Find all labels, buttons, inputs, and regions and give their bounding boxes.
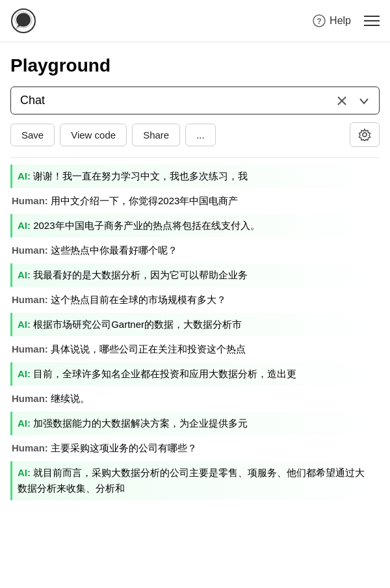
message-ai-2: AI: 2023年中国电子商务产业的热点将包括在线支付入。 (10, 214, 380, 237)
human-label-5: Human: (12, 393, 51, 404)
human-text-2: 这些热点中你最看好哪个呢？ (51, 245, 177, 256)
main-content: Playground Chat Save View code Share ... (0, 42, 390, 500)
header-left (10, 8, 36, 34)
ai-text-4: 根据市场研究公司Gartner的数据，大数据分析市 (33, 319, 242, 330)
close-icon (336, 95, 348, 107)
menu-line-2 (364, 20, 380, 21)
help-label: Help (330, 15, 351, 27)
openai-logo-icon (10, 8, 36, 34)
message-human-6: Human: 主要采购这项业务的公司有哪些？ (10, 436, 380, 460)
save-button[interactable]: Save (10, 124, 55, 146)
ai-text-3: 我最看好的是大数据分析，因为它可以帮助企业务 (33, 269, 248, 280)
chat-selector-label: Chat (20, 94, 336, 107)
message-human-5: Human: 继续说。 (10, 387, 380, 410)
message-human-4: Human: 具体说说，哪些公司正在关注和投资这个热点 (10, 338, 380, 361)
chat-messages: AI: 谢谢！我一直在努力学习中文，我也多次练习，我 Human: 用中文介绍一… (10, 157, 380, 500)
ai-label-2: AI: (18, 220, 33, 231)
settings-button[interactable] (350, 122, 380, 147)
menu-line-1 (364, 16, 380, 17)
chevron-down-icon (358, 95, 370, 107)
human-label-1: Human: (12, 195, 51, 206)
ai-label-5: AI: (18, 368, 33, 379)
gear-icon (358, 128, 371, 141)
ai-text-6: 加强数据能力的大数据解决方案，为企业提供多元 (33, 418, 248, 429)
toolbar: Save View code Share ... (10, 122, 380, 147)
help-circle-icon: ? (313, 14, 326, 27)
message-ai-4: AI: 根据市场研究公司Gartner的数据，大数据分析市 (10, 313, 380, 336)
message-ai-6: AI: 加强数据能力的大数据解决方案，为企业提供多元 (10, 412, 380, 435)
view-code-button[interactable]: View code (60, 124, 127, 146)
hamburger-menu-button[interactable] (364, 16, 380, 26)
human-label-4: Human: (12, 343, 51, 354)
ai-label-4: AI: (18, 319, 33, 330)
human-label-2: Human: (12, 245, 51, 256)
message-human-3: Human: 这个热点目前在全球的市场规模有多大？ (10, 288, 380, 312)
ai-text-2: 2023年中国电子商务产业的热点将包括在线支付入。 (33, 220, 259, 231)
human-label-3: Human: (12, 294, 51, 305)
human-text-6: 主要采购这项业务的公司有哪些？ (51, 442, 197, 453)
ai-label-6: AI: (18, 418, 33, 429)
ai-text-5: 目前，全球许多知名企业都在投资和应用大数据分析，造出更 (33, 368, 296, 379)
header: ? Help (0, 0, 390, 42)
message-ai-7: AI: 就目前而言，采购大数据分析的公司主要是零售、项服务、他们都希望通过大数据… (10, 461, 380, 500)
human-text-1: 用中文介绍一下，你觉得2023年中国电商产 (51, 195, 238, 206)
human-text-3: 这个热点目前在全球的市场规模有多大？ (51, 294, 226, 305)
human-text-5: 继续说。 (51, 393, 90, 404)
share-button[interactable]: Share (132, 124, 180, 146)
message-ai-3: AI: 我最看好的是大数据分析，因为它可以帮助企业务 (10, 263, 380, 287)
chat-chevron-button[interactable] (358, 95, 370, 107)
ai-label-3: AI: (18, 269, 33, 280)
message-human-1: Human: 用中文介绍一下，你觉得2023年中国电商产 (10, 189, 380, 213)
chat-close-button[interactable] (336, 95, 348, 107)
ai-text-7: 就目前而言，采购大数据分析的公司主要是零售、项服务、他们都希望通过大数据分析来收… (18, 467, 365, 494)
svg-text:?: ? (317, 17, 321, 26)
human-text-4: 具体说说，哪些公司正在关注和投资这个热点 (51, 343, 246, 354)
more-button[interactable]: ... (185, 124, 216, 146)
ai-label-1: AI: (18, 170, 33, 181)
human-label-6: Human: (12, 442, 51, 453)
header-right: ? Help (313, 14, 380, 27)
ai-text-1: 谢谢！我一直在努力学习中文，我也多次练习，我 (33, 170, 248, 181)
menu-line-3 (364, 25, 380, 26)
message-human-2: Human: 这些热点中你最看好哪个呢？ (10, 239, 380, 262)
chat-selector[interactable]: Chat (10, 87, 380, 114)
message-ai-1: AI: 谢谢！我一直在努力学习中文，我也多次练习，我 (10, 165, 380, 188)
page-title: Playground (10, 55, 380, 76)
chat-selector-icons (336, 95, 370, 107)
svg-point-5 (363, 133, 367, 137)
message-ai-5: AI: 目前，全球许多知名企业都在投资和应用大数据分析，造出更 (10, 362, 380, 386)
ai-label-7: AI: (18, 467, 33, 478)
help-button[interactable]: ? Help (313, 14, 351, 27)
